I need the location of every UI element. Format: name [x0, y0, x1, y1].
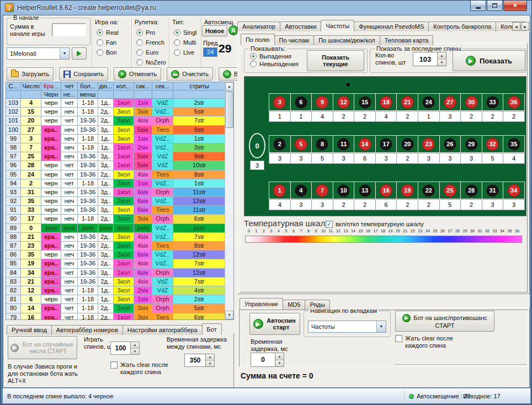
tab-scroll-right-icon[interactable]: ► [521, 22, 529, 31]
spin-up-icon[interactable]: ▲ [206, 354, 214, 361]
autospin-button[interactable]: ▶ Автоспин старт [249, 313, 300, 335]
radio-button-icon[interactable] [136, 39, 143, 46]
radio-button-icon[interactable] [97, 29, 103, 36]
control-tab-1[interactable]: MD5 [283, 300, 305, 310]
field-number-cell[interactable]: 15 [354, 93, 376, 111]
freq-tab-0[interactable]: По полю [241, 34, 275, 45]
field-number-cell[interactable]: 8 [311, 135, 333, 153]
table-row[interactable]: 8014кра..чет1-182д..2кол3sixOrph5str [6, 304, 226, 313]
table-row[interactable]: 10027кра..неч19-363д..3кол5sixTiers9str [6, 126, 226, 135]
spin-delay-spinner[interactable]: 350 ▲▼ [184, 354, 215, 367]
toolbar-button-cancel[interactable]: ×Отменить [114, 67, 161, 81]
tab-scroll-left-icon[interactable]: ◄ [512, 22, 520, 31]
field-number-cell[interactable]: 28 [460, 182, 482, 199]
field-number-cell[interactable]: 5 [290, 135, 312, 153]
table-row[interactable]: 8635черннеч19-363д..2кол6sixVdZ..12str [6, 251, 226, 259]
checkbox-icon[interactable] [326, 221, 333, 228]
temperature-scale-checkbox[interactable]: вкл/откл температурную шкалу [326, 221, 424, 228]
control-delay-value[interactable]: 0 [251, 353, 275, 367]
radio-option[interactable]: Singl [174, 29, 196, 36]
field-number-cell[interactable]: 1 [269, 182, 291, 199]
field-number-cell[interactable]: 6 [290, 93, 312, 111]
table-row[interactable]: 987кра..неч1-181д..1кол2sixVdZ..3str [6, 143, 226, 152]
radio-button-icon[interactable] [250, 61, 257, 67]
field-number-cell[interactable]: 33 [482, 93, 504, 111]
freq-tab-3[interactable]: Тепловая карта [380, 35, 434, 45]
control-delay-spinner[interactable]: 0 ▲▼ [251, 353, 284, 367]
field-number-cell[interactable]: 29 [460, 135, 482, 153]
freq-tab-2[interactable]: По шансам/дюж/кол [313, 35, 380, 45]
maximize-button[interactable] [487, 1, 503, 11]
toolbar-button-save[interactable]: Сохранить [59, 67, 108, 81]
table-row[interactable]: 9628чернчет19-363д..1кол5sixVdZ10str [6, 161, 226, 170]
radio-option[interactable]: Fan [97, 39, 119, 46]
field-number-cell[interactable]: 31 [482, 182, 504, 199]
table-row[interactable]: 10215черннеч1-182д..3кол3sixVdZ..5str [6, 108, 226, 116]
field-number-cell[interactable]: 20 [396, 135, 418, 153]
table-row[interactable]: 8723кра..неч19-362д..2кол4sixTiers8str [6, 242, 226, 251]
field-number-cell[interactable]: 10 [333, 182, 355, 199]
spin-down-icon[interactable]: ▼ [438, 60, 446, 66]
checkbox-icon[interactable] [395, 335, 402, 342]
clear-after-spin-checkbox-2[interactable]: Жать clear после каждого спина [395, 335, 466, 349]
table-row[interactable]: 10120чернчет19-362д..2кол4sixOrph7str [6, 116, 226, 125]
main-tab-3[interactable]: Функционал PsevdoMS [354, 22, 429, 31]
table-row[interactable]: 9133черннеч19-363д..3кол6sixTiers11str [6, 206, 226, 215]
prev-value[interactable]: 24 [203, 47, 217, 57]
main-tab-1[interactable]: Автоставки [280, 22, 321, 31]
field-number-cell[interactable]: 13 [354, 182, 376, 199]
radio-option[interactable]: Euro [136, 49, 166, 56]
spin-down-icon[interactable]: ▼ [131, 349, 139, 355]
radio-option[interactable]: Bon [97, 49, 119, 56]
input-tab-0[interactable]: Ручной ввод [7, 325, 52, 335]
field-number-cell[interactable]: 4 [290, 182, 312, 199]
freq-tab-1[interactable]: По числам [274, 35, 315, 45]
field-number-cell[interactable]: 30 [460, 93, 482, 111]
table-row[interactable]: 8821кра..неч19-362д..3кол4sixVdZ..7str [6, 233, 226, 242]
radio-button-icon[interactable] [136, 49, 143, 56]
toolbar-button-clear[interactable]: ▬Очистить [167, 67, 213, 81]
table-row[interactable]: 9331черннеч19-363д..1кол6sixOrph11str [6, 188, 226, 197]
table-row[interactable]: 8434кра..чет19-363д..1кол6sixOrph12str [6, 269, 226, 278]
spin-down-icon[interactable]: ▼ [275, 360, 284, 367]
field-number-cell[interactable]: 34 [503, 182, 525, 199]
table-row[interactable]: 7916кра..чет1-182д..1кол3sixTiers6str [6, 313, 226, 321]
radio-option[interactable]: Невыпадения [250, 61, 299, 67]
field-number-cell[interactable]: 14 [354, 135, 376, 153]
field-number-cell[interactable]: 24 [418, 93, 440, 111]
input-tab-1[interactable]: Автограббер номеров [51, 325, 123, 335]
table-row[interactable]: 8519кра..неч19-362д..1кол4sixVdZ..7str [6, 259, 226, 268]
table-row[interactable]: 993кра..неч1-181д..3кол1sixVdZ..1str [6, 135, 226, 143]
radio-button-icon[interactable] [97, 39, 103, 46]
radio-button-icon[interactable] [174, 39, 180, 46]
table-row[interactable]: 8321кра..неч19-362д..3кол4sixVdZ7str [6, 278, 226, 286]
spin-delay-value[interactable]: 350 [184, 354, 205, 367]
table-row[interactable]: 8212кра..чет1-181д..3кол2sixVdZ4str [6, 286, 226, 295]
close-button[interactable]: × [503, 1, 527, 11]
radio-button-icon[interactable] [97, 49, 103, 56]
field-number-cell[interactable]: 12 [333, 93, 355, 111]
clear-after-spin-checkbox[interactable]: Жать clear после каждого спина [110, 361, 173, 376]
radio-button-icon[interactable] [174, 29, 180, 36]
start-sum-input[interactable] [52, 23, 86, 36]
roulette-zero[interactable]: 0 [249, 133, 265, 158]
table-row[interactable]: 9017черннеч1-182д..2кол3sixOrph6str [6, 215, 226, 223]
table-row[interactable]: 9725кра..неч19-363д..1кол5sixVdZ9str [6, 152, 226, 161]
table-row[interactable]: 9235черннеч19-363д..2кол6sixVdZ..12str [6, 197, 226, 206]
spins-number-value[interactable]: 103 [413, 52, 437, 66]
field-number-cell[interactable]: 27 [439, 93, 461, 111]
field-number-cell[interactable]: 19 [396, 182, 418, 199]
field-number-cell[interactable]: 11 [333, 135, 355, 153]
input-tab-2[interactable]: Настройки автограббера [123, 325, 203, 335]
minimize-button[interactable] [470, 1, 486, 11]
table-row[interactable]: 816чернчет1-181д..3кол1sixOrph2str [6, 295, 226, 304]
field-number-cell[interactable]: 7 [311, 182, 333, 199]
radio-option[interactable]: Live [174, 49, 196, 56]
table-row[interactable]: 1034чернчет1-181д..1кол1sixVdZ2str [6, 99, 226, 108]
radio-option[interactable]: Real [97, 29, 119, 36]
spins-number-spinner[interactable]: 103 ▲▼ [413, 52, 446, 66]
field-number-cell[interactable]: 32 [482, 135, 504, 153]
field-number-cell[interactable]: 35 [503, 135, 525, 153]
scroll-thumb[interactable] [225, 92, 233, 128]
field-number-cell[interactable]: 21 [396, 93, 418, 111]
